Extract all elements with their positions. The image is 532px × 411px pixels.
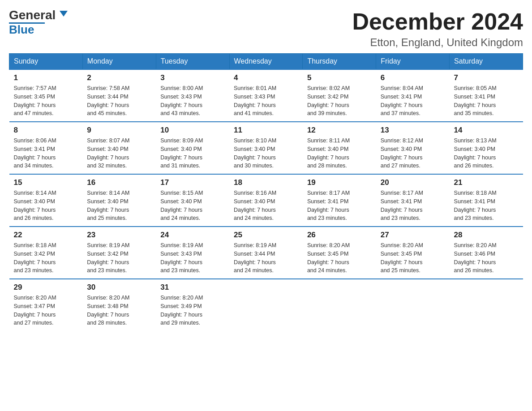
calendar-cell: 2 Sunrise: 7:58 AM Sunset: 3:44 PM Dayli… <box>82 69 156 122</box>
calendar-cell: 11 Sunrise: 8:10 AM Sunset: 3:40 PM Dayl… <box>229 122 303 174</box>
day-info: Sunrise: 8:16 AM Sunset: 3:40 PM Dayligh… <box>234 189 298 223</box>
day-info: Sunrise: 7:58 AM Sunset: 3:44 PM Dayligh… <box>87 84 151 118</box>
day-number: 9 <box>87 126 151 135</box>
week-row-4: 22 Sunrise: 8:18 AM Sunset: 3:42 PM Dayl… <box>9 227 523 279</box>
day-number: 14 <box>454 126 519 135</box>
calendar-cell: 9 Sunrise: 8:07 AM Sunset: 3:40 PM Dayli… <box>82 122 156 174</box>
calendar-cell: 30 Sunrise: 8:20 AM Sunset: 3:48 PM Dayl… <box>82 279 156 331</box>
day-info: Sunrise: 8:19 AM Sunset: 3:44 PM Dayligh… <box>234 241 298 275</box>
day-number: 18 <box>234 178 298 187</box>
day-info: Sunrise: 8:19 AM Sunset: 3:43 PM Dayligh… <box>160 241 225 275</box>
day-number: 31 <box>160 283 225 292</box>
day-info: Sunrise: 7:57 AM Sunset: 3:45 PM Dayligh… <box>14 84 78 118</box>
day-info: Sunrise: 8:12 AM Sunset: 3:40 PM Dayligh… <box>381 137 445 170</box>
column-header-saturday: Saturday <box>450 54 523 70</box>
day-number: 7 <box>454 73 519 82</box>
page-title: December 2024 <box>352 9 523 34</box>
page-subtitle: Etton, England, United Kingdom <box>352 36 523 49</box>
column-header-monday: Monday <box>82 54 156 70</box>
calendar-cell: 4 Sunrise: 8:01 AM Sunset: 3:43 PM Dayli… <box>229 69 303 122</box>
title-section: December 2024 Etton, England, United Kin… <box>352 9 523 49</box>
calendar-cell: 6 Sunrise: 8:04 AM Sunset: 3:41 PM Dayli… <box>376 69 450 122</box>
week-row-3: 15 Sunrise: 8:14 AM Sunset: 3:40 PM Dayl… <box>9 174 523 227</box>
day-number: 6 <box>381 73 445 82</box>
day-number: 16 <box>87 178 151 187</box>
day-info: Sunrise: 8:19 AM Sunset: 3:42 PM Dayligh… <box>87 241 151 275</box>
day-info: Sunrise: 8:02 AM Sunset: 3:42 PM Dayligh… <box>307 84 372 118</box>
day-info: Sunrise: 8:01 AM Sunset: 3:43 PM Dayligh… <box>234 84 298 118</box>
day-number: 25 <box>234 231 298 240</box>
day-info: Sunrise: 8:15 AM Sunset: 3:40 PM Dayligh… <box>160 189 225 223</box>
week-row-2: 8 Sunrise: 8:06 AM Sunset: 3:41 PM Dayli… <box>9 122 523 174</box>
calendar-cell: 19 Sunrise: 8:17 AM Sunset: 3:41 PM Dayl… <box>303 174 376 227</box>
calendar-cell <box>450 279 523 331</box>
day-info: Sunrise: 8:11 AM Sunset: 3:40 PM Dayligh… <box>307 137 372 170</box>
day-info: Sunrise: 8:20 AM Sunset: 3:47 PM Dayligh… <box>14 294 78 327</box>
day-number: 2 <box>87 73 151 82</box>
day-info: Sunrise: 8:10 AM Sunset: 3:40 PM Dayligh… <box>234 137 298 170</box>
day-number: 3 <box>160 73 225 82</box>
calendar-table: SundayMondayTuesdayWednesdayThursdayFrid… <box>9 53 523 331</box>
day-number: 12 <box>307 126 372 135</box>
page-header: General Blue December 2024 Etton, Englan… <box>9 9 523 49</box>
calendar-cell: 15 Sunrise: 8:14 AM Sunset: 3:40 PM Dayl… <box>9 174 83 227</box>
calendar-cell <box>376 279 450 331</box>
day-number: 13 <box>381 126 445 135</box>
day-number: 26 <box>307 231 372 240</box>
calendar-cell: 17 Sunrise: 8:15 AM Sunset: 3:40 PM Dayl… <box>156 174 229 227</box>
calendar-cell: 3 Sunrise: 8:00 AM Sunset: 3:43 PM Dayli… <box>156 69 229 122</box>
day-number: 21 <box>454 178 519 187</box>
calendar-cell: 20 Sunrise: 8:17 AM Sunset: 3:41 PM Dayl… <box>376 174 450 227</box>
calendar-cell: 1 Sunrise: 7:57 AM Sunset: 3:45 PM Dayli… <box>9 69 83 122</box>
day-number: 17 <box>160 178 225 187</box>
day-info: Sunrise: 8:17 AM Sunset: 3:41 PM Dayligh… <box>381 189 445 223</box>
day-number: 19 <box>307 178 372 187</box>
day-info: Sunrise: 8:17 AM Sunset: 3:41 PM Dayligh… <box>307 189 372 223</box>
day-number: 20 <box>381 178 445 187</box>
day-info: Sunrise: 8:20 AM Sunset: 3:48 PM Dayligh… <box>87 294 151 327</box>
calendar-cell <box>229 279 303 331</box>
day-number: 22 <box>14 231 78 240</box>
calendar-cell: 22 Sunrise: 8:18 AM Sunset: 3:42 PM Dayl… <box>9 227 83 279</box>
day-number: 1 <box>14 73 78 82</box>
calendar-cell: 23 Sunrise: 8:19 AM Sunset: 3:42 PM Dayl… <box>82 227 156 279</box>
day-info: Sunrise: 8:13 AM Sunset: 3:40 PM Dayligh… <box>454 137 519 170</box>
day-info: Sunrise: 8:20 AM Sunset: 3:49 PM Dayligh… <box>160 294 225 327</box>
day-info: Sunrise: 8:18 AM Sunset: 3:42 PM Dayligh… <box>14 241 78 275</box>
week-row-5: 29 Sunrise: 8:20 AM Sunset: 3:47 PM Dayl… <box>9 279 523 331</box>
calendar-cell: 7 Sunrise: 8:05 AM Sunset: 3:41 PM Dayli… <box>450 69 523 122</box>
column-header-thursday: Thursday <box>303 54 376 70</box>
day-number: 30 <box>87 283 151 292</box>
day-number: 24 <box>160 231 225 240</box>
week-row-1: 1 Sunrise: 7:57 AM Sunset: 3:45 PM Dayli… <box>9 69 523 122</box>
day-info: Sunrise: 8:14 AM Sunset: 3:40 PM Dayligh… <box>14 189 78 223</box>
column-header-wednesday: Wednesday <box>229 54 303 70</box>
column-header-tuesday: Tuesday <box>156 54 229 70</box>
day-number: 27 <box>381 231 445 240</box>
calendar-cell: 16 Sunrise: 8:14 AM Sunset: 3:40 PM Dayl… <box>82 174 156 227</box>
calendar-cell: 27 Sunrise: 8:20 AM Sunset: 3:45 PM Dayl… <box>376 227 450 279</box>
calendar-cell: 14 Sunrise: 8:13 AM Sunset: 3:40 PM Dayl… <box>450 122 523 174</box>
calendar-cell: 25 Sunrise: 8:19 AM Sunset: 3:44 PM Dayl… <box>229 227 303 279</box>
day-info: Sunrise: 8:20 AM Sunset: 3:45 PM Dayligh… <box>307 241 372 275</box>
day-info: Sunrise: 8:05 AM Sunset: 3:41 PM Dayligh… <box>454 84 519 118</box>
day-info: Sunrise: 8:06 AM Sunset: 3:41 PM Dayligh… <box>14 137 78 170</box>
column-header-sunday: Sunday <box>9 54 83 70</box>
calendar-cell: 12 Sunrise: 8:11 AM Sunset: 3:40 PM Dayl… <box>303 122 376 174</box>
day-number: 23 <box>87 231 151 240</box>
calendar-header-row: SundayMondayTuesdayWednesdayThursdayFrid… <box>9 54 523 70</box>
day-info: Sunrise: 8:09 AM Sunset: 3:40 PM Dayligh… <box>160 137 225 170</box>
day-info: Sunrise: 8:04 AM Sunset: 3:41 PM Dayligh… <box>381 84 445 118</box>
day-info: Sunrise: 8:20 AM Sunset: 3:45 PM Dayligh… <box>381 241 445 275</box>
calendar-cell: 26 Sunrise: 8:20 AM Sunset: 3:45 PM Dayl… <box>303 227 376 279</box>
column-header-friday: Friday <box>376 54 450 70</box>
day-number: 28 <box>454 231 519 240</box>
day-info: Sunrise: 8:18 AM Sunset: 3:41 PM Dayligh… <box>454 189 519 223</box>
calendar-cell: 8 Sunrise: 8:06 AM Sunset: 3:41 PM Dayli… <box>9 122 83 174</box>
day-number: 11 <box>234 126 298 135</box>
calendar-cell: 29 Sunrise: 8:20 AM Sunset: 3:47 PM Dayl… <box>9 279 83 331</box>
logo-blue: Blue <box>9 23 34 36</box>
logo-general: General <box>9 9 68 21</box>
day-number: 29 <box>14 283 78 292</box>
day-info: Sunrise: 8:14 AM Sunset: 3:40 PM Dayligh… <box>87 189 151 223</box>
